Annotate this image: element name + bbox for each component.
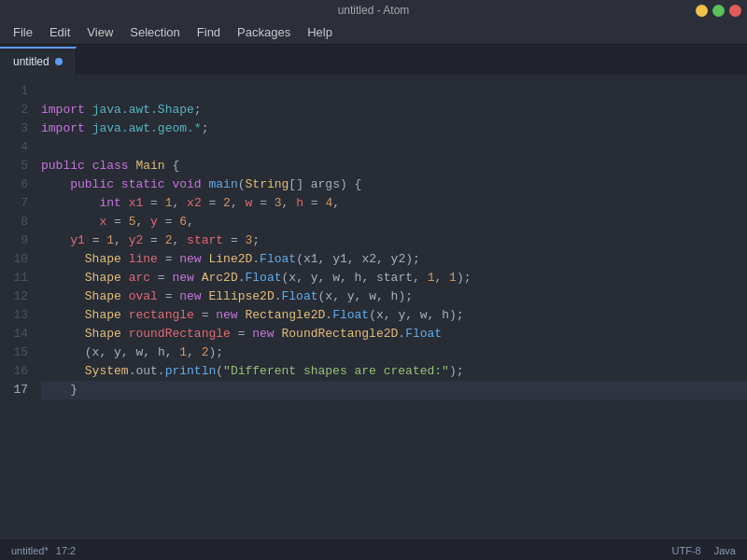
code-line-15: (x, y, w, h, 1, 2);	[41, 343, 747, 362]
code-line-16: System.out.println("Different shapes are…	[41, 362, 747, 381]
status-position: 17:2	[56, 545, 76, 556]
menu-view[interactable]: View	[79, 23, 120, 41]
tab-modified-indicator	[55, 58, 63, 65]
line-num-5: 5	[0, 157, 28, 175]
line-num-16: 16	[0, 362, 28, 381]
line-num-11: 11	[0, 269, 28, 287]
status-right: UTF-8 Java	[672, 545, 736, 556]
line-num-10: 10	[0, 250, 28, 269]
code-line-9: y1 = 1, y2 = 2, start = 3;	[41, 231, 747, 250]
menu-help[interactable]: Help	[300, 23, 340, 41]
code-line-8: x = 5, y = 6,	[41, 213, 747, 231]
line-num-8: 8	[0, 213, 28, 231]
code-line-7: int x1 = 1, x2 = 2, w = 3, h = 4,	[41, 194, 747, 213]
editor: 1 2 3 4 5 6 7 8 9 10 11 12 13 14 15 16 1…	[0, 75, 747, 539]
code-line-13: Shape rectangle = new Rectangle2D.Float(…	[41, 306, 747, 325]
tab-label: untitled	[13, 55, 49, 68]
menu-edit[interactable]: Edit	[42, 23, 78, 41]
tab-bar: untitled	[0, 45, 747, 75]
menu-packages[interactable]: Packages	[230, 23, 298, 41]
code-area[interactable]: import java.awt.Shape; import java.awt.g…	[34, 75, 747, 539]
code-line-17: }	[41, 381, 747, 399]
line-num-17: 17	[0, 381, 28, 399]
line-num-3: 3	[0, 119, 28, 138]
window-title: untitled - Atom	[338, 4, 410, 17]
line-num-13: 13	[0, 306, 28, 325]
status-language: Java	[714, 545, 736, 556]
line-num-6: 6	[0, 175, 28, 194]
line-num-9: 9	[0, 231, 28, 250]
line-num-4: 4	[0, 138, 28, 157]
menu-bar: File Edit View Selection Find Packages H…	[0, 21, 747, 45]
status-encoding: UTF-8	[672, 545, 701, 556]
close-button[interactable]	[729, 5, 741, 17]
line-num-7: 7	[0, 194, 28, 213]
minimize-button[interactable]	[696, 5, 708, 17]
status-filename: untitled*	[11, 545, 49, 556]
status-bar: untitled* 17:2 UTF-8 Java	[0, 539, 747, 560]
code-line-12: Shape oval = new Ellipse2D.Float(x, y, w…	[41, 287, 747, 306]
tab-untitled[interactable]: untitled	[0, 47, 77, 75]
menu-find[interactable]: Find	[190, 23, 228, 41]
line-num-2: 2	[0, 101, 28, 119]
code-line-1	[41, 82, 747, 101]
menu-file[interactable]: File	[6, 23, 40, 41]
title-bar: untitled - Atom	[0, 0, 747, 21]
maximize-button[interactable]	[712, 5, 725, 17]
window-controls	[696, 5, 741, 17]
status-left: untitled* 17:2	[11, 545, 76, 556]
code-line-14: Shape roundRectangle = new RoundRectangl…	[41, 325, 747, 343]
line-numbers: 1 2 3 4 5 6 7 8 9 10 11 12 13 14 15 16 1…	[0, 75, 34, 539]
line-num-12: 12	[0, 287, 28, 306]
line-num-14: 14	[0, 325, 28, 343]
code-line-4	[41, 138, 747, 157]
code-line-5: public class Main {	[41, 157, 747, 175]
line-num-15: 15	[0, 343, 28, 362]
code-line-3: import java.awt.geom.*;	[41, 119, 747, 138]
line-num-1: 1	[0, 82, 28, 101]
code-line-10: Shape line = new Line2D.Float(x1, y1, x2…	[41, 250, 747, 269]
code-line-2: import java.awt.Shape;	[41, 101, 747, 119]
code-line-6: public static void main(String[] args) {	[41, 175, 747, 194]
code-line-11: Shape arc = new Arc2D.Float(x, y, w, h, …	[41, 269, 747, 287]
menu-selection[interactable]: Selection	[122, 23, 187, 41]
